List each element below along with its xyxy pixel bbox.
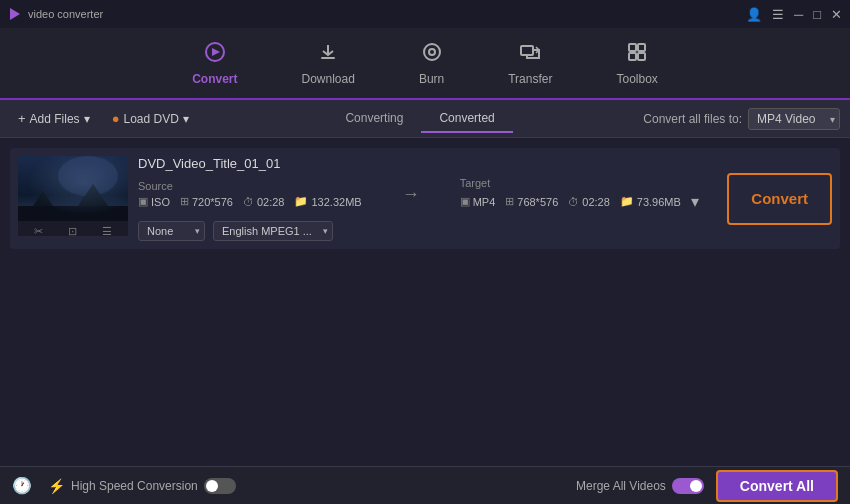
svg-point-5 xyxy=(429,49,435,55)
convert-nav-icon xyxy=(204,41,226,68)
load-dvd-label: Load DVD xyxy=(123,112,178,126)
audio-dropdown-wrap: None English French xyxy=(138,221,205,241)
source-resolution: ⊞ 720*576 xyxy=(180,195,233,208)
download-nav-icon xyxy=(317,41,339,68)
svg-rect-3 xyxy=(321,57,335,59)
main-content: ✂ ⊡ ☰ DVD_Video_Title_01_01 Source ▣ ISO xyxy=(0,138,850,466)
tab-converting[interactable]: Converting xyxy=(327,105,421,133)
convert-all-button[interactable]: Convert All xyxy=(716,470,838,502)
svg-rect-7 xyxy=(629,44,636,51)
toolbar-tabs: Converting Converted xyxy=(327,105,512,133)
svg-marker-2 xyxy=(212,48,220,56)
target-resolution: ⊞ 768*576 xyxy=(505,195,558,208)
arrow-icon: → xyxy=(402,184,420,205)
svg-rect-11 xyxy=(18,156,128,221)
resolution-icon: ⊞ xyxy=(180,195,189,208)
toolbar: + Add Files ▾ ● Load DVD ▾ Converting Co… xyxy=(0,100,850,138)
minimize-icon[interactable]: ─ xyxy=(794,7,803,22)
target-format: ▣ MP4 xyxy=(460,195,496,208)
app-logo-icon xyxy=(8,7,22,21)
svg-point-4 xyxy=(424,44,440,60)
bottom-bar: 🕐 ⚡ High Speed Conversion Merge All Vide… xyxy=(0,466,850,504)
burn-nav-label: Burn xyxy=(419,72,444,86)
add-files-dropdown-icon[interactable]: ▾ xyxy=(84,112,90,126)
thumbnail-controls: ✂ ⊡ ☰ xyxy=(18,221,128,236)
title-bar-left: video converter xyxy=(8,7,103,21)
audio-select[interactable]: None English French xyxy=(138,221,205,241)
merge-label: Merge All Videos xyxy=(576,479,666,493)
nav-item-burn[interactable]: Burn xyxy=(407,35,456,92)
source-duration: ⏱ 02:28 xyxy=(243,196,285,208)
crop-icon[interactable]: ⊡ xyxy=(68,225,77,237)
target-format-icon: ▣ xyxy=(460,195,470,208)
source-values: ▣ ISO ⊞ 720*576 ⏱ 02:28 📁 xyxy=(138,195,362,208)
file-item: ✂ ⊡ ☰ DVD_Video_Title_01_01 Source ▣ ISO xyxy=(10,148,840,249)
thumbnail-image xyxy=(18,156,128,221)
source-size: 📁 132.32MB xyxy=(294,195,361,208)
load-dvd-dropdown-icon[interactable]: ▾ xyxy=(183,112,189,126)
target-res-icon: ⊞ xyxy=(505,195,514,208)
source-label: Source xyxy=(138,180,362,192)
title-bar: video converter 👤 ☰ ─ □ ✕ xyxy=(0,0,850,28)
format-select[interactable]: MP4 Video MKV Video AVI Video MOV Video xyxy=(748,108,840,130)
subtitle-select[interactable]: English MPEG1 ... None xyxy=(213,221,333,241)
transfer-nav-icon xyxy=(519,41,541,68)
high-speed-toggle[interactable] xyxy=(204,478,236,494)
target-dropdown-icon[interactable]: ▾ xyxy=(691,192,699,211)
toolbox-nav-label: Toolbox xyxy=(616,72,657,86)
svg-rect-8 xyxy=(638,44,645,51)
target-folder-icon: 📁 xyxy=(620,195,634,208)
target-clock-icon: ⏱ xyxy=(568,196,579,208)
svg-rect-9 xyxy=(629,53,636,60)
maximize-icon[interactable]: □ xyxy=(813,7,821,22)
convert-button[interactable]: Convert xyxy=(727,173,832,225)
menu-icon[interactable]: ☰ xyxy=(772,7,784,22)
window-controls: 👤 ☰ ─ □ ✕ xyxy=(746,7,842,22)
target-size: 📁 73.96MB xyxy=(620,195,681,208)
nav-item-download[interactable]: Download xyxy=(290,35,367,92)
target-duration: ⏱ 02:28 xyxy=(568,196,610,208)
svg-marker-0 xyxy=(10,8,20,20)
source-format: ▣ ISO xyxy=(138,195,170,208)
transfer-nav-label: Transfer xyxy=(508,72,552,86)
schedule-item: 🕐 xyxy=(12,476,32,495)
bottom-left: 🕐 ⚡ High Speed Conversion xyxy=(12,476,236,495)
convert-all-to: Convert all files to: MP4 Video MKV Vide… xyxy=(643,108,840,130)
convert-nav-label: Convert xyxy=(192,72,237,86)
app-title: video converter xyxy=(28,8,103,20)
settings-icon[interactable]: ☰ xyxy=(102,225,112,237)
svg-marker-15 xyxy=(78,184,108,206)
target-values: ▣ MP4 ⊞ 768*576 ⏱ 02:28 📁 xyxy=(460,192,699,211)
close-icon[interactable]: ✕ xyxy=(831,7,842,22)
folder-icon: 📁 xyxy=(294,195,308,208)
add-files-label: Add Files xyxy=(30,112,80,126)
tab-converted[interactable]: Converted xyxy=(421,105,512,133)
download-nav-label: Download xyxy=(302,72,355,86)
format-select-wrap: MP4 Video MKV Video AVI Video MOV Video xyxy=(748,108,840,130)
target-label: Target xyxy=(460,177,699,189)
convert-all-to-label: Convert all files to: xyxy=(643,112,742,126)
nav-item-convert[interactable]: Convert xyxy=(180,35,249,92)
nav-bar: Convert Download Burn Transfer xyxy=(0,28,850,100)
burn-nav-icon xyxy=(421,41,443,68)
add-icon: + xyxy=(18,111,26,126)
high-speed-item: ⚡ High Speed Conversion xyxy=(48,478,236,494)
dvd-icon: ● xyxy=(112,111,120,126)
svg-marker-14 xyxy=(33,191,53,206)
svg-rect-10 xyxy=(638,53,645,60)
load-dvd-button[interactable]: ● Load DVD ▾ xyxy=(104,107,197,130)
file-name: DVD_Video_Title_01_01 xyxy=(138,156,707,171)
add-files-button[interactable]: + Add Files ▾ xyxy=(10,107,98,130)
nav-item-toolbox[interactable]: Toolbox xyxy=(604,35,669,92)
high-speed-label: High Speed Conversion xyxy=(71,479,198,493)
subtitle-dropdown-wrap: English MPEG1 ... None xyxy=(213,221,333,241)
user-icon[interactable]: 👤 xyxy=(746,7,762,22)
schedule-icon[interactable]: 🕐 xyxy=(12,476,32,495)
bottom-right: Merge All Videos Convert All xyxy=(576,470,838,502)
cut-icon[interactable]: ✂ xyxy=(34,225,43,237)
svg-rect-13 xyxy=(18,206,128,221)
svg-rect-6 xyxy=(521,46,533,55)
merge-toggle[interactable] xyxy=(672,478,704,494)
target-section: Target ▣ MP4 ⊞ 768*576 ⏱ 02:28 xyxy=(460,177,699,211)
nav-item-transfer[interactable]: Transfer xyxy=(496,35,564,92)
